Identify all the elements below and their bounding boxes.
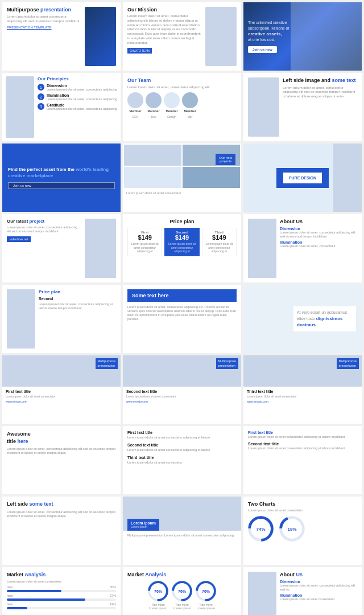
circle-desc: Lorem ipsum — [148, 606, 168, 610]
slide-title: Our Team — [127, 77, 237, 83]
title-item: Second text title Lorem ipsum dolor sit … — [127, 443, 237, 452]
project-link[interactable]: videohive.net — [7, 236, 31, 242]
principle-label: Illumination — [47, 93, 117, 97]
item-desc: Lorem ipsum dolor sit amet consectetur a… — [248, 435, 357, 439]
circles-row: 76% Title Here Lorem ipsum 76% Title Her… — [127, 581, 237, 610]
slide-desc: Lorem ipsum dolor sit amet, consectetur … — [7, 510, 116, 518]
join-button[interactable]: Join us now — [248, 46, 277, 53]
join-button[interactable]: Join us now — [8, 182, 115, 189]
title-item: First text title Lorem ipsum dolor sit a… — [127, 430, 237, 440]
slide-leftsome2: Left side some text Lorem ipsum dolor si… — [2, 497, 121, 565]
chart-label: 76% — [154, 589, 162, 593]
slide-title: Left side some text — [7, 501, 116, 508]
about-item: Dimension Lorem ipsum dolor sit amet, co… — [280, 580, 357, 592]
slide-title: Price plan — [127, 219, 237, 224]
item-desc: Lorem ipsum dolor sit amet, consectetur — [280, 244, 357, 248]
card-title: Third text title — [247, 390, 358, 393]
card-image: Multipurposepresentation — [243, 355, 362, 387]
progress-item: Item 72% — [7, 594, 116, 601]
circle-chart: 76% — [148, 581, 168, 601]
slide-text: The unlimited creative subscription. Mil… — [248, 20, 357, 43]
member-role: CEO — [133, 115, 139, 118]
item-desc: Lorem ipsum dolor sit amet consectetur a… — [248, 446, 357, 450]
slide-desc: Lorem ipsum dolor sit amet, consectetur … — [7, 226, 81, 233]
slide-firsttitle: First text title Lorem ipsum dolor sit a… — [123, 426, 241, 494]
col-price: $149 — [204, 234, 235, 241]
slide-principles: Our Principles 1 Dimension Lorem ipsum d… — [2, 73, 121, 141]
team-member: Member CEO — [127, 92, 143, 119]
slide-desc: Lorem ipsum dolor sit amet, consectetur … — [127, 305, 237, 322]
slide-desc: Lorem ipsum dolor sit amet consectetur — [7, 580, 116, 584]
item-label: Dimension — [280, 227, 357, 231]
highlight: creative assets, — [248, 31, 282, 36]
slide-marketanalysis2: Market Analysis 76% Title Here Lorem ips… — [123, 567, 241, 615]
slide-desc: Lorem ipsum dolor sit amet consectetur a… — [7, 15, 81, 24]
slide-multi-card-1: Multipurposepresentation First text titl… — [2, 355, 121, 424]
slide-puredesign: PURE DESIGN — [243, 144, 362, 212]
project-img — [183, 167, 240, 188]
line2: subscription. Millions of — [248, 26, 289, 30]
slide-sub: Second — [39, 297, 116, 301]
col-desc: Lorem ipsum dolor sit amet consectetur a… — [129, 242, 160, 253]
principle-item: 3 Gratitude Lorem ipsum dolor sit amet, … — [38, 103, 117, 111]
side-image — [333, 144, 362, 212]
item-label: Illumination — [280, 593, 357, 597]
card-link[interactable]: www.envato.com — [6, 400, 117, 403]
card-desc: Lorem ipsum dolor sit amet consectetur — [126, 395, 238, 399]
item-desc: Lorem ipsum dolor sit amet consectetur — [127, 461, 237, 465]
slide-title: About Us — [280, 219, 357, 224]
principle-text: Dimension Lorem ipsum dolor sit amet, co… — [47, 84, 117, 92]
item-title: Second text title — [127, 443, 237, 447]
slide-image — [248, 77, 279, 137]
title-span: Analysis — [24, 572, 46, 577]
card-text: First text title Lorem ipsum dolor sit a… — [2, 387, 121, 424]
item-desc: Lorem ipsum dolor sit amet, consectetur … — [280, 231, 357, 239]
principle-label: Gratitude — [47, 103, 117, 107]
slide-title: Find the perfect asset from the world's … — [8, 166, 115, 179]
card-link[interactable]: www.envato.com — [126, 400, 238, 403]
title-span: Analysis — [145, 572, 166, 577]
slide-team: Our Team Lorem ipsum dolor sit amet, con… — [123, 73, 241, 141]
slide-aboutus: About Us Dimension Lorem ipsum dolor sit… — [243, 214, 362, 282]
slide-title: Our Mission — [127, 7, 202, 13]
team-member: Member Dev — [146, 92, 162, 119]
slide-findworld: Find the perfect asset from the world's … — [2, 144, 121, 212]
item-desc: Lorem ipsum dolor sit amet consectetur — [280, 597, 357, 601]
envato-badge: ENVATO TEAM — [127, 48, 152, 54]
slide-latestproject: Our latest project Lorem ipsum dolor sit… — [2, 214, 121, 282]
slide-text: Our latest project Lorem ipsum dolor sit… — [7, 219, 81, 278]
chart-label: 76% — [178, 589, 186, 593]
card-desc: Lorem ipsum dolor sit amet consectetur — [247, 395, 358, 399]
bar-val: 50% — [110, 585, 116, 589]
slide-image — [205, 7, 237, 66]
slide-text: Price plan Second Lorem ipsum dolor sit … — [39, 289, 116, 348]
slide-mission: Our Mission Lorem ipsum dolor sit amet, … — [123, 2, 241, 71]
blue-bar: Some text here — [127, 289, 237, 302]
highlight: dignissimos ducimus — [297, 316, 343, 327]
slide-text: About Us Dimension Lorem ipsum dolor sit… — [280, 572, 357, 615]
slide-twocharts: Two Charts Lorem ipsum dolor sit amet co… — [243, 497, 362, 565]
slide-desc: Lorem ipsum dolor sit amet, consectetur … — [39, 302, 116, 310]
card-overlay: Multipurposepresentation — [216, 358, 239, 369]
circle-item: 76% Title Here Lorem ipsum — [172, 581, 192, 610]
circle-desc: Lorem ipsum — [196, 606, 216, 610]
progress-bar — [7, 590, 116, 592]
slide-desc: Multipurpose presentation Lorem ipsum do… — [127, 534, 237, 538]
slide-title: Two Charts — [248, 501, 357, 507]
bar-val: 19% — [110, 602, 116, 606]
slide-marketanalysis: Market Analysis Lorem ipsum dolor sit am… — [2, 567, 121, 615]
title-span: some text — [30, 501, 53, 507]
slide-title: Multipurpose presentation — [7, 7, 81, 13]
bar-val: 72% — [110, 594, 116, 597]
slide-text: About Us Dimension Lorem ipsum dolor sit… — [280, 219, 357, 278]
progress-fill — [7, 598, 85, 601]
principle-num: 1 — [38, 84, 44, 91]
card-link[interactable]: www.envato.com — [247, 400, 358, 403]
charts-row: 74% 18% — [248, 516, 357, 542]
member-role: Design — [167, 115, 176, 118]
team-member: Member Design — [164, 92, 180, 119]
chart-label: 74% — [256, 526, 265, 531]
slide-desc: Lorem ipsum dolor sit amet, consectetur … — [7, 447, 116, 455]
card-title: First text title — [6, 390, 117, 393]
principle-desc: Lorem ipsum dolor sit amet, consectetur … — [47, 88, 117, 92]
